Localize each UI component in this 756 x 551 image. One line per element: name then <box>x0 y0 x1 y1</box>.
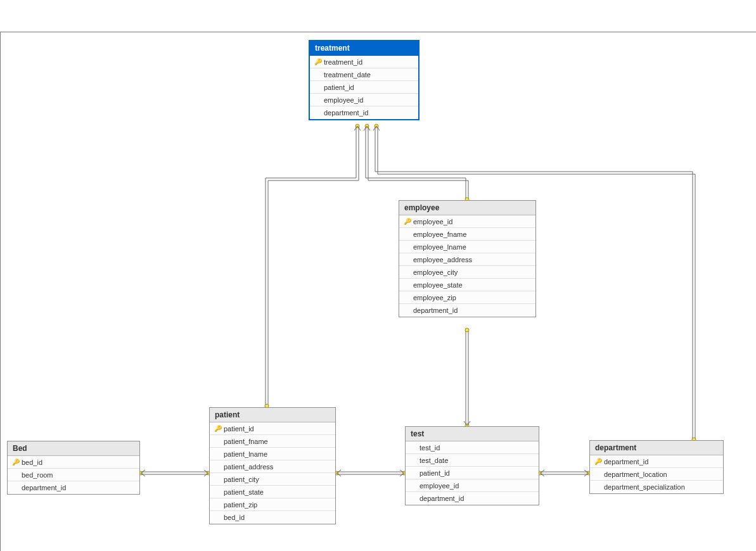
column-name: employee_fname <box>413 231 466 238</box>
table-patient[interactable]: patient 🔑patient_id patient_fname patien… <box>209 407 336 524</box>
table-column[interactable]: test_id <box>406 441 539 454</box>
column-name: department_location <box>604 471 667 478</box>
table-column[interactable]: bed_id <box>210 511 335 524</box>
column-name: bed_id <box>224 514 245 521</box>
table-header[interactable]: department <box>590 441 723 455</box>
table-column[interactable]: 🔑bed_id <box>8 456 139 469</box>
table-column[interactable]: employee_fname <box>399 228 535 241</box>
table-column[interactable]: patient_id <box>406 467 539 479</box>
column-name: treatment_id <box>324 58 362 66</box>
table-column[interactable]: bed_room <box>8 469 139 481</box>
column-name: department_id <box>604 458 648 466</box>
table-column[interactable]: department_location <box>590 468 723 481</box>
table-header[interactable]: Bed <box>8 441 139 456</box>
relationship-test-department <box>538 470 591 476</box>
table-column[interactable]: patient_city <box>210 473 335 486</box>
table-column[interactable]: 🔑employee_id <box>399 215 535 228</box>
table-column[interactable]: treatment_date <box>310 68 418 81</box>
table-column[interactable]: patient_lname <box>210 448 335 460</box>
table-column[interactable]: employee_address <box>399 253 535 266</box>
column-name: test_id <box>420 444 440 452</box>
column-name: test_date <box>420 457 448 464</box>
column-name: bed_id <box>22 459 42 466</box>
svg-point-0 <box>356 124 359 128</box>
table-column[interactable]: 🔑patient_id <box>210 422 335 435</box>
column-name: employee_address <box>413 256 472 263</box>
svg-point-6 <box>465 328 469 332</box>
table-column[interactable]: department_specialization <box>590 481 723 493</box>
table-column[interactable]: employee_id <box>406 479 539 492</box>
table-column[interactable]: department_id <box>310 106 418 119</box>
table-header[interactable]: treatment <box>310 41 418 56</box>
table-column[interactable]: department_id <box>8 481 139 494</box>
table-employee[interactable]: employee 🔑employee_id employee_fname emp… <box>399 200 536 317</box>
column-name: patient_id <box>224 425 254 433</box>
svg-point-4 <box>375 124 378 128</box>
table-column[interactable]: test_date <box>406 454 539 467</box>
table-column[interactable]: patient_address <box>210 460 335 473</box>
table-column[interactable]: employee_id <box>310 94 418 106</box>
table-column[interactable]: patient_id <box>310 81 418 94</box>
table-department[interactable]: department 🔑department_id department_loc… <box>589 440 724 494</box>
key-icon: 🔑 <box>593 458 604 465</box>
column-name: department_id <box>22 484 66 491</box>
key-icon: 🔑 <box>10 459 22 466</box>
relationship-bed-patient <box>139 470 210 476</box>
table-column[interactable]: patient_fname <box>210 435 335 448</box>
table-column[interactable]: 🔑department_id <box>590 455 723 468</box>
column-name: department_id <box>324 109 368 117</box>
key-icon: 🔑 <box>402 218 413 225</box>
table-column[interactable]: employee_lname <box>399 241 535 253</box>
table-header[interactable]: employee <box>399 201 535 215</box>
column-name: patient_zip <box>224 501 257 509</box>
column-name: patient_state <box>224 488 264 496</box>
column-name: employee_lname <box>413 243 466 251</box>
table-column[interactable]: department_id <box>406 492 539 505</box>
column-name: department_id <box>420 495 464 502</box>
column-name: patient_address <box>224 463 273 471</box>
table-header[interactable]: test <box>406 427 539 441</box>
column-name: patient_fname <box>224 438 268 445</box>
column-name: patient_id <box>324 84 354 91</box>
column-name: employee_zip <box>413 294 456 301</box>
table-column[interactable]: patient_zip <box>210 498 335 511</box>
column-name: employee_id <box>420 482 459 490</box>
column-name: bed_room <box>22 471 53 479</box>
relationship-employee-test <box>464 328 470 428</box>
key-icon: 🔑 <box>312 58 324 65</box>
column-name: patient_city <box>224 476 259 483</box>
table-header[interactable]: patient <box>210 408 335 422</box>
table-column[interactable]: 🔑treatment_id <box>310 56 418 68</box>
column-name: patient_lname <box>224 450 267 458</box>
table-treatment[interactable]: treatment 🔑treatment_id treatment_date p… <box>309 40 420 120</box>
table-test[interactable]: test test_id test_date patient_id employ… <box>405 426 539 505</box>
column-name: treatment_date <box>324 71 371 79</box>
column-name: department_id <box>413 307 458 314</box>
column-name: employee_state <box>413 281 463 289</box>
table-column[interactable]: employee_state <box>399 279 535 291</box>
table-bed[interactable]: Bed 🔑bed_id bed_room department_id <box>7 441 140 495</box>
table-column[interactable]: patient_state <box>210 486 335 498</box>
column-name: employee_id <box>413 218 452 225</box>
column-name: employee_city <box>413 269 458 276</box>
column-name: department_specialization <box>604 483 685 491</box>
relationship-treatment-employee <box>364 124 469 201</box>
column-name: patient_id <box>420 469 450 477</box>
svg-point-2 <box>365 124 369 128</box>
table-column[interactable]: employee_zip <box>399 291 535 304</box>
table-column[interactable]: department_id <box>399 304 535 317</box>
diagram-canvas[interactable]: treatment 🔑treatment_id treatment_date p… <box>0 32 756 551</box>
table-column[interactable]: employee_city <box>399 266 535 279</box>
relationship-patient-test <box>335 470 406 476</box>
key-icon: 🔑 <box>212 425 224 432</box>
relationship-treatment-patient <box>265 124 361 408</box>
column-name: employee_id <box>324 96 363 104</box>
